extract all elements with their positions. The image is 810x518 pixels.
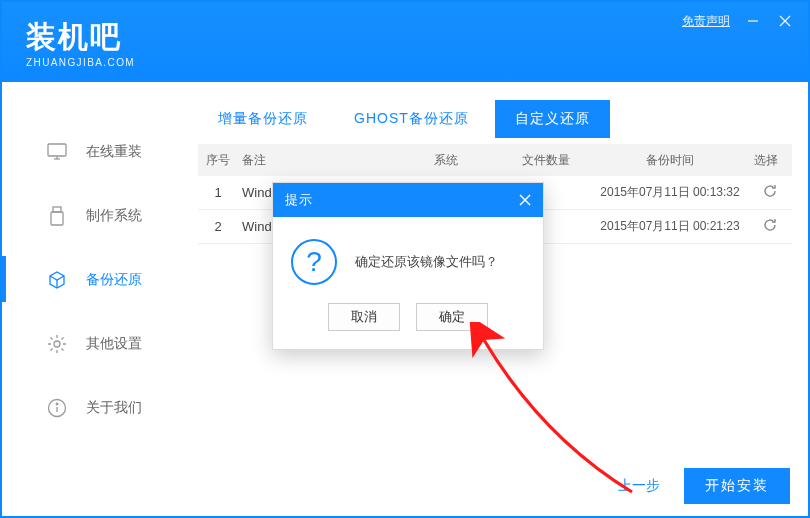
app-window: 装机吧 ZHUANGJIBA.COM 免责声明 在线重装 [0,0,810,518]
dialog-close-button[interactable] [519,194,531,206]
annotation-arrow [432,322,682,512]
cancel-button[interactable]: 取消 [328,303,400,331]
dialog-body: ? 确定还原该镜像文件吗？ [273,217,543,303]
dialog-title: 提示 [285,191,313,209]
dialog-actions: 取消 确定 [273,303,543,349]
question-icon: ? [291,239,337,285]
modal-overlay: 提示 ? 确定还原该镜像文件吗？ 取消 确定 [2,2,808,516]
dialog-message: 确定还原该镜像文件吗？ [355,253,498,271]
confirm-button[interactable]: 确定 [416,303,488,331]
dialog-header: 提示 [273,183,543,217]
confirm-dialog: 提示 ? 确定还原该镜像文件吗？ 取消 确定 [272,182,544,350]
